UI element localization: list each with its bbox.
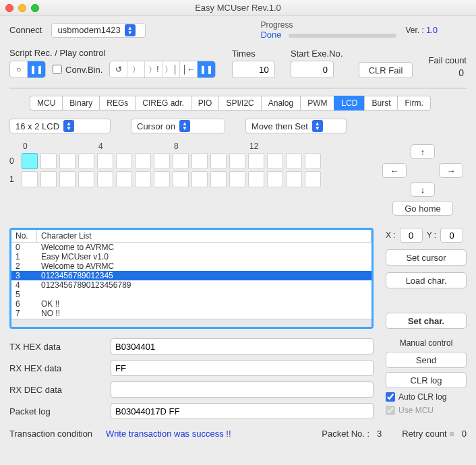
packet-log-input[interactable] xyxy=(111,403,374,419)
lcd-cell[interactable] xyxy=(154,171,170,187)
lcd-mode-select[interactable]: Move then Set▲▼ xyxy=(245,119,347,133)
lcd-cell[interactable] xyxy=(97,153,113,169)
failcount-label: Fail count xyxy=(429,55,467,65)
progress-status: Done xyxy=(260,30,281,40)
play-step-button[interactable]: 〉 xyxy=(127,61,145,78)
play-loop-button[interactable]: ↺ xyxy=(110,61,127,78)
tab-regs[interactable]: REGs xyxy=(99,96,135,111)
lcd-cell[interactable] xyxy=(135,153,151,169)
play-back-button[interactable]: │← xyxy=(180,61,198,78)
retry-value: 0 xyxy=(462,429,467,439)
clr-log-button[interactable]: CLR log xyxy=(386,372,467,388)
titlebar: Easy MCUser Rev.1.0 xyxy=(0,0,476,16)
lcd-cell[interactable] xyxy=(154,153,170,169)
lcd-cell[interactable] xyxy=(78,153,94,169)
tab-binary[interactable]: Binary xyxy=(62,96,99,111)
lcd-cell[interactable] xyxy=(97,171,113,187)
lcd-cell[interactable] xyxy=(305,171,321,187)
play-pause-button[interactable]: ❚❚ xyxy=(198,61,215,78)
list-item[interactable]: 5 xyxy=(11,290,371,299)
lcd-cell[interactable] xyxy=(305,153,321,169)
tab-analog[interactable]: Analog xyxy=(261,96,300,111)
lcd-cell[interactable] xyxy=(40,153,57,169)
lcd-cell[interactable] xyxy=(248,171,264,187)
lcd-cell[interactable] xyxy=(286,171,302,187)
tab-burst[interactable]: Burst xyxy=(364,96,397,111)
send-button[interactable]: Send xyxy=(386,352,467,368)
tab-mcu[interactable]: MCU xyxy=(30,96,62,111)
tab-lcd[interactable]: LCD xyxy=(334,96,364,111)
lcd-cell[interactable] xyxy=(59,171,76,187)
lcd-cell[interactable] xyxy=(135,171,151,187)
rx-dec-input[interactable] xyxy=(111,381,374,398)
load-char-button[interactable]: Load char. xyxy=(386,272,467,288)
conv-bin-checkbox[interactable]: Conv.Bin. xyxy=(53,65,102,75)
tx-hex-label: TX HEX data xyxy=(9,342,111,352)
lcd-row-label: 1 xyxy=(9,175,22,184)
lcd-cell[interactable] xyxy=(267,171,283,187)
nav-right-button[interactable]: → xyxy=(439,163,463,178)
lcd-cell[interactable] xyxy=(210,153,227,169)
connect-label: Connect xyxy=(9,25,42,35)
auto-clr-log-checkbox[interactable]: Auto CLR log xyxy=(386,392,467,402)
lcd-cell[interactable] xyxy=(191,153,208,169)
list-item[interactable]: 1Easy MCUser v1.0 xyxy=(11,252,371,261)
go-home-button[interactable]: Go home xyxy=(392,201,453,216)
character-list[interactable]: No. Character List 0Welcome to AVRMC1Eas… xyxy=(9,228,374,329)
progress-bar xyxy=(289,34,396,38)
set-cursor-button[interactable]: Set cursor xyxy=(386,249,467,266)
lcd-cell[interactable] xyxy=(22,153,38,169)
tx-hex-input[interactable] xyxy=(111,338,374,354)
clr-fail-button[interactable]: CLR Fail xyxy=(359,62,413,78)
startno-input[interactable] xyxy=(291,61,334,78)
list-item[interactable]: 30123456789012345 xyxy=(11,271,371,280)
lcd-cell[interactable] xyxy=(267,153,283,169)
set-char-button[interactable]: Set char. xyxy=(386,313,467,329)
rx-hex-input[interactable] xyxy=(111,360,374,376)
lcd-cell[interactable] xyxy=(229,153,245,169)
tab-firm[interactable]: Firm. xyxy=(397,96,430,111)
lcd-size-select[interactable]: 16 x 2 LCD▲▼ xyxy=(9,119,111,133)
list-item[interactable]: 401234567890123456789 xyxy=(11,280,371,290)
nav-left-button[interactable]: ← xyxy=(382,163,407,178)
lcd-cell[interactable] xyxy=(116,153,132,169)
connect-value: usbmodem1423 xyxy=(57,25,120,35)
lcd-cell[interactable] xyxy=(191,171,208,187)
lcd-cell[interactable] xyxy=(116,171,132,187)
record-pause-button[interactable]: ❚❚ xyxy=(28,61,45,78)
list-item[interactable]: 2Welcome to AVRMC xyxy=(11,261,371,271)
lcd-cell[interactable] xyxy=(286,153,302,169)
lcd-cell[interactable] xyxy=(210,171,227,187)
nav-up-button[interactable]: ↑ xyxy=(411,144,435,159)
tab-pio[interactable]: PIO xyxy=(191,96,219,111)
connect-select[interactable]: usbmodem1423 ▲▼ xyxy=(51,23,146,38)
list-scrollbar[interactable] xyxy=(11,319,371,327)
lcd-cell[interactable] xyxy=(229,171,245,187)
play-stepto-button[interactable]: 〉│ xyxy=(162,61,180,78)
list-item[interactable]: 0Welcome to AVRMC xyxy=(11,243,371,252)
list-item[interactable]: 7NO !! xyxy=(11,309,371,318)
y-input[interactable] xyxy=(440,228,463,243)
version: Ver. : 1.0 xyxy=(406,26,438,35)
tab-spii2c[interactable]: SPI/I2C xyxy=(218,96,260,111)
lcd-cell[interactable] xyxy=(40,171,57,187)
nav-down-button[interactable]: ↓ xyxy=(411,182,435,197)
tab-pwm[interactable]: PWM xyxy=(300,96,334,111)
tab-ciregadr[interactable]: CIREG adr. xyxy=(135,96,190,111)
x-input[interactable] xyxy=(400,228,423,243)
lcd-cursor-select[interactable]: Cursor on▲▼ xyxy=(131,119,225,133)
lcd-cell[interactable] xyxy=(59,153,76,169)
record-button[interactable]: ○ xyxy=(10,61,28,78)
play-stepend-button[interactable]: 〉! xyxy=(145,61,162,78)
lcd-cell[interactable] xyxy=(173,153,189,169)
transaction-label: Transaction condition xyxy=(9,429,92,439)
times-input[interactable] xyxy=(232,61,275,78)
lcd-cell[interactable] xyxy=(248,153,264,169)
list-item[interactable]: 6OK !! xyxy=(11,299,371,309)
lcd-cell[interactable] xyxy=(22,171,38,187)
lcd-cell[interactable] xyxy=(173,171,189,187)
lcd-cell[interactable] xyxy=(78,171,94,187)
chevron-updown-icon: ▲▼ xyxy=(179,120,190,132)
script-label: Script Rec. / Play control xyxy=(9,48,216,58)
use-mcu-checkbox: Use MCU xyxy=(386,406,467,415)
